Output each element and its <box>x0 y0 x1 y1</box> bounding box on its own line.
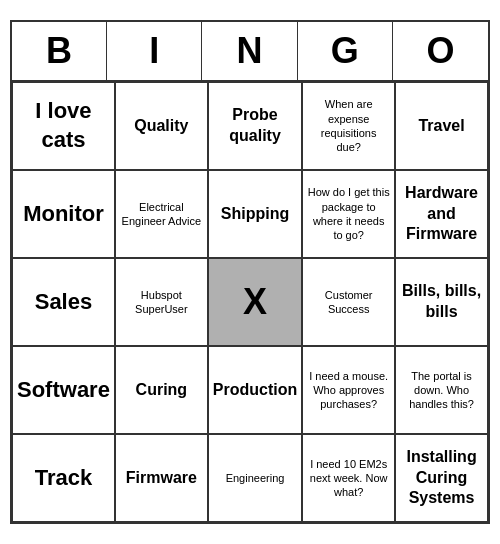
bingo-cell: Quality <box>115 82 208 170</box>
bingo-header: BINGO <box>12 22 488 82</box>
bingo-cell: Sales <box>12 258 115 346</box>
bingo-cell: The portal is down. Who handles this? <box>395 346 488 434</box>
bingo-cell: Hardware and Firmware <box>395 170 488 258</box>
bingo-cell: When are expense requisitions due? <box>302 82 395 170</box>
bingo-cell: Travel <box>395 82 488 170</box>
bingo-cell: Probe quality <box>208 82 302 170</box>
bingo-cell: Installing Curing Systems <box>395 434 488 522</box>
bingo-cell: I need a mouse. Who approves purchases? <box>302 346 395 434</box>
bingo-cell: Engineering <box>208 434 302 522</box>
bingo-cell: X <box>208 258 302 346</box>
bingo-cell: I love cats <box>12 82 115 170</box>
bingo-cell: Software <box>12 346 115 434</box>
bingo-cell: Curing <box>115 346 208 434</box>
bingo-grid: I love catsQualityProbe qualityWhen are … <box>12 82 488 522</box>
header-letter: I <box>107 22 202 80</box>
bingo-cell: Hubspot SuperUser <box>115 258 208 346</box>
header-letter: G <box>298 22 393 80</box>
bingo-cell: How do I get this package to where it ne… <box>302 170 395 258</box>
header-letter: N <box>202 22 297 80</box>
bingo-cell: Track <box>12 434 115 522</box>
header-letter: B <box>12 22 107 80</box>
bingo-cell: Electrical Engineer Advice <box>115 170 208 258</box>
bingo-cell: Monitor <box>12 170 115 258</box>
bingo-cell: Shipping <box>208 170 302 258</box>
bingo-card: BINGO I love catsQualityProbe qualityWhe… <box>10 20 490 524</box>
bingo-cell: Production <box>208 346 302 434</box>
header-letter: O <box>393 22 488 80</box>
bingo-cell: Bills, bills, bills <box>395 258 488 346</box>
bingo-cell: Customer Success <box>302 258 395 346</box>
bingo-cell: Firmware <box>115 434 208 522</box>
bingo-cell: I need 10 EM2s next week. Now what? <box>302 434 395 522</box>
